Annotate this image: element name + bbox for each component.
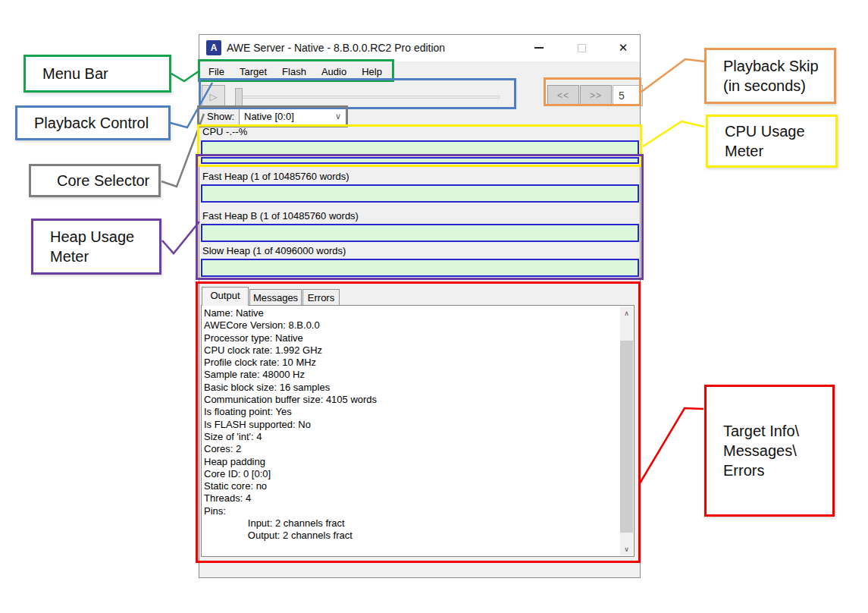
callout-text: Menu Bar <box>42 64 169 83</box>
output-scrollbar: ∧ ∨ <box>620 306 633 555</box>
target-info-connector <box>640 408 703 483</box>
callout-text: Heap Usage <box>50 227 159 247</box>
menu-file[interactable]: File <box>201 66 232 77</box>
fast-heap-b-label: Fast Heap B (1 of 10485760 words) <box>202 210 359 222</box>
window-title: AWE Server - Native - 8.B.0.0.RC2 Pro ed… <box>227 42 445 54</box>
menu-target[interactable]: Target <box>232 66 274 77</box>
menu-bar-connector <box>171 71 199 81</box>
callout-core-selector: Core Selector <box>29 164 161 197</box>
close-icon: ✕ <box>619 41 628 55</box>
scrollbar-thumb[interactable] <box>620 341 633 533</box>
core-selector-value: Native [0:0] <box>244 111 294 122</box>
skip-back-button[interactable]: << <box>547 85 579 106</box>
callout-heap-usage-meter: Heap Usage Meter <box>31 218 161 275</box>
maximize-icon <box>578 44 586 52</box>
app-icon: A <box>206 40 221 55</box>
skip-connector <box>641 59 704 92</box>
awe-server-window: A AWE Server - Native - 8.B.0.0.RC2 Pro … <box>199 34 641 578</box>
close-button[interactable]: ✕ <box>609 38 637 58</box>
callout-text: Errors <box>723 461 832 480</box>
tab-errors[interactable]: Errors <box>302 289 340 306</box>
minimize-icon <box>534 47 544 49</box>
cpu-meter-bar-secondary <box>201 157 639 164</box>
callout-cpu-usage-meter: CPU Usage Meter <box>706 115 838 168</box>
callout-playback-control: Playback Control <box>15 105 171 140</box>
callout-playback-skip: Playback Skip (in seconds) <box>704 48 836 104</box>
fast-heap-b-bar <box>201 224 639 242</box>
slow-heap-label: Slow Heap (1 of 4096000 words) <box>202 245 346 256</box>
menu-flash[interactable]: Flash <box>274 66 314 77</box>
menu-help[interactable]: Help <box>354 66 390 77</box>
annotated-screenshot: A AWE Server - Native - 8.B.0.0.RC2 Pro … <box>0 0 868 613</box>
maximize-button[interactable] <box>568 38 595 58</box>
callout-text: Playback Skip <box>723 56 834 76</box>
skip-seconds-input[interactable] <box>613 85 643 106</box>
play-icon: ▷ <box>210 91 218 102</box>
menu-bar: File Target Flash Audio Help <box>201 61 625 82</box>
playback-slider-thumb[interactable] <box>235 88 243 107</box>
callout-text: Meter <box>725 141 835 161</box>
core-selector-label: Show: <box>207 111 234 122</box>
play-button[interactable]: ▷ <box>202 85 225 108</box>
callout-text: Messages\ <box>723 441 832 461</box>
tab-output[interactable]: Output <box>202 287 249 306</box>
core-selector-dropdown[interactable]: Native [0:0] ∨ <box>239 108 347 125</box>
output-pane[interactable]: Name: Native AWECore Version: 8.B.0.0 Pr… <box>201 305 635 557</box>
callout-target-info: Target Info\ Messages\ Errors <box>704 385 835 517</box>
chevron-down-icon: ∨ <box>335 112 341 121</box>
callout-text: Playback Control <box>34 113 168 133</box>
fast-heap-label: Fast Heap (1 of 10485760 words) <box>202 171 349 182</box>
menu-audio[interactable]: Audio <box>314 66 354 77</box>
heap-connector <box>162 222 199 253</box>
title-bar[interactable]: A AWE Server - Native - 8.B.0.0.RC2 Pro … <box>199 35 640 61</box>
output-text: Name: Native AWECore Version: 8.B.0.0 Pr… <box>204 307 619 555</box>
playback-slider-track[interactable] <box>237 96 500 99</box>
playback-skip-group: << >> <box>547 85 643 106</box>
callout-text: (in seconds) <box>723 76 834 96</box>
tab-messages[interactable]: Messages <box>249 289 302 306</box>
skip-forward-button[interactable]: >> <box>580 85 612 106</box>
cpu-meter-label: CPU -.--% <box>202 126 247 137</box>
minimize-button[interactable] <box>525 38 553 58</box>
fast-heap-bar <box>201 184 639 203</box>
callout-menu-bar: Menu Bar <box>24 55 171 93</box>
scroll-down-icon[interactable]: ∨ <box>620 542 633 555</box>
cpu-connector <box>643 121 704 146</box>
callout-text: Meter <box>50 247 159 266</box>
callout-text: Target Info\ <box>723 421 832 441</box>
callout-text: CPU Usage <box>725 121 835 141</box>
scroll-up-icon[interactable]: ∧ <box>620 306 633 319</box>
slow-heap-bar <box>201 259 639 277</box>
callout-text: Core Selector <box>57 171 158 190</box>
cpu-meter-bar <box>201 140 639 156</box>
